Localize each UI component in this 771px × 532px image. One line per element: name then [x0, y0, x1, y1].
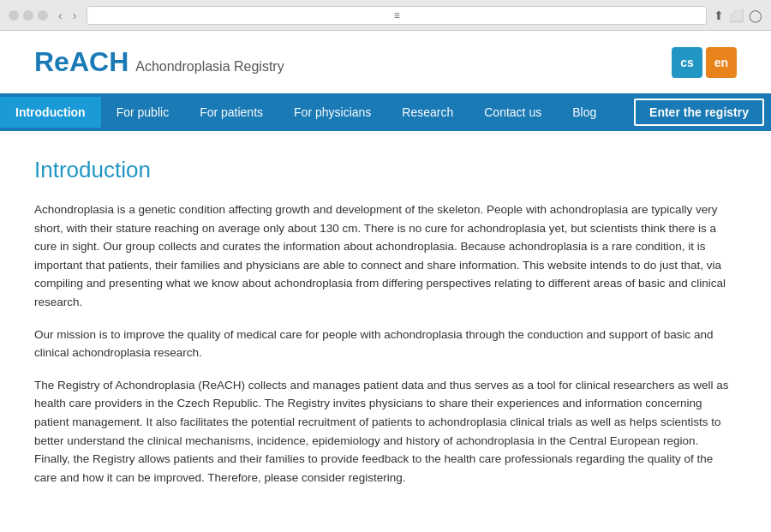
page-wrapper: ReACH Achondroplasia Registry cs en Intr… — [0, 31, 771, 532]
nav-arrows: ‹ › — [55, 7, 80, 24]
address-text: ≡ — [394, 9, 400, 21]
lang-en-button[interactable]: en — [706, 47, 737, 78]
forward-button[interactable]: › — [69, 7, 81, 24]
nav-item-for-public[interactable]: For public — [101, 97, 184, 128]
intro-paragraph-1: Achondroplasia is a genetic condition af… — [34, 200, 737, 312]
nav-item-blog[interactable]: Blog — [557, 97, 612, 128]
site-logo: ReACH Achondroplasia Registry — [34, 46, 284, 78]
new-tab-button[interactable]: ⬜ — [729, 9, 744, 22]
site-header: ReACH Achondroplasia Registry cs en — [0, 31, 771, 93]
intro-paragraph-2: Our mission is to improve the quality of… — [34, 326, 737, 362]
lang-switcher: cs en — [672, 47, 737, 78]
nav-item-for-physicians[interactable]: For physicians — [278, 97, 386, 128]
logo-subtitle: Achondroplasia Registry — [135, 59, 284, 75]
minimize-button[interactable] — [23, 10, 33, 21]
nav-item-introduction[interactable]: Introduction — [0, 97, 101, 128]
lang-cs-button[interactable]: cs — [672, 47, 702, 78]
intro-paragraph-3: The Registry of Achondroplasia (ReACH) c… — [34, 376, 737, 487]
maximize-button[interactable] — [38, 10, 48, 21]
main-nav: Introduction For public For patients For… — [0, 93, 771, 131]
share-button[interactable]: ⬆ — [714, 9, 724, 22]
nav-item-research[interactable]: Research — [386, 97, 469, 128]
nav-item-contact-us[interactable]: Contact us — [469, 97, 557, 128]
back-button[interactable]: ‹ — [55, 7, 66, 24]
address-bar[interactable]: ≡ — [87, 6, 707, 25]
main-content: Introduction Achondroplasia is a genetic… — [0, 131, 771, 532]
page-title: Introduction — [34, 157, 737, 183]
extensions-button[interactable]: ◯ — [749, 9, 762, 22]
logo-reach: ReACH — [34, 46, 128, 78]
nav-item-for-patients[interactable]: For patients — [184, 97, 278, 128]
enter-registry-button[interactable]: Enter the registry — [634, 99, 764, 126]
browser-chrome: ‹ › ≡ ⬆ ⬜ ◯ — [0, 0, 771, 31]
close-button[interactable] — [9, 10, 19, 21]
browser-actions: ⬆ ⬜ ◯ — [714, 9, 762, 22]
browser-traffic-lights — [9, 10, 48, 21]
